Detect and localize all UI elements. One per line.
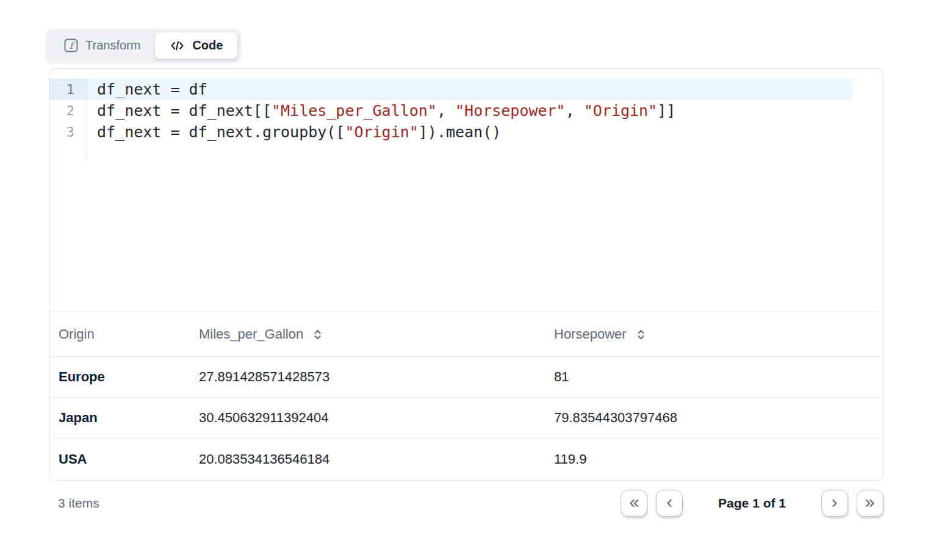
tab-transform-label: Transform xyxy=(85,38,140,52)
line-number: 1 xyxy=(49,79,87,100)
column-label: Miles_per_Gallon xyxy=(199,326,303,342)
previous-page-button[interactable] xyxy=(656,490,683,517)
cell-miles_per_gallon: 30.450632911392404 xyxy=(199,410,554,426)
cell-origin: Europe xyxy=(59,369,199,385)
column-header-miles_per_gallon[interactable]: Miles_per_Gallon xyxy=(199,326,554,342)
last-page-button[interactable] xyxy=(857,490,884,517)
code-line[interactable]: 3df_next = df_next.groupby(["Origin"]).m… xyxy=(49,121,883,143)
pagination: Page 1 of 1 xyxy=(621,490,884,517)
code-line-text: df_next = df_next[["Miles_per_Gallon", "… xyxy=(87,100,852,121)
code-line[interactable]: 1df_next = df xyxy=(49,79,883,100)
chevron-right-icon xyxy=(829,497,841,509)
code-line-text: df_next = df xyxy=(87,79,852,100)
cell-miles_per_gallon: 27.891428571428573 xyxy=(199,369,554,385)
view-toggle: f Transform Code xyxy=(46,29,240,62)
table-row: Europe27.89142857142857381 xyxy=(49,357,883,398)
transform-panel: 1df_next = df2df_next = df_next[["Miles_… xyxy=(49,68,884,481)
chevron-left-icon xyxy=(663,497,675,509)
code-icon xyxy=(170,39,185,52)
sort-icon xyxy=(635,328,647,341)
chevrons-right-icon xyxy=(863,497,877,509)
column-header-origin: Origin xyxy=(59,326,199,342)
code-lines: 1df_next = df2df_next = df_next[["Miles_… xyxy=(49,79,883,143)
cell-horsepower: 119.9 xyxy=(554,451,883,467)
column-label: Horsepower xyxy=(554,326,627,342)
table-footer: 3 items Page 1 of 1 xyxy=(49,489,884,518)
code-line-text: df_next = df_next.groupby(["Origin"]).me… xyxy=(87,121,852,143)
tab-transform[interactable]: f Transform xyxy=(49,32,155,59)
tab-code[interactable]: Code xyxy=(155,32,237,59)
table-row: Japan30.45063291139240479.83544303797468 xyxy=(49,398,883,439)
svg-text:f: f xyxy=(70,40,76,51)
line-number: 2 xyxy=(49,100,87,121)
table-header: OriginMiles_per_GallonHorsepower xyxy=(49,312,883,357)
table-body: Europe27.89142857142857381Japan30.450632… xyxy=(49,357,883,479)
items-count: 3 items xyxy=(58,496,99,511)
tab-code-label: Code xyxy=(192,38,223,52)
sort-icon xyxy=(312,328,323,341)
transform-tool-page: f Transform Code 1df_next = df2df_next =… xyxy=(0,0,925,560)
code-editor[interactable]: 1df_next = df2df_next = df_next[["Miles_… xyxy=(49,69,883,312)
cell-origin: USA xyxy=(59,451,199,467)
gutter-tail xyxy=(49,143,87,160)
chevrons-left-icon xyxy=(627,497,641,509)
page-indicator: Page 1 of 1 xyxy=(718,496,786,511)
column-label: Origin xyxy=(59,326,95,342)
next-page-button[interactable] xyxy=(821,490,848,517)
first-page-button[interactable] xyxy=(621,490,647,517)
code-line[interactable]: 2df_next = df_next[["Miles_per_Gallon", … xyxy=(49,100,883,121)
column-header-horsepower[interactable]: Horsepower xyxy=(554,326,883,342)
cell-miles_per_gallon: 20.083534136546184 xyxy=(199,451,554,467)
table-row: USA20.083534136546184119.9 xyxy=(49,439,883,479)
cell-horsepower: 81 xyxy=(554,369,883,385)
cell-horsepower: 79.83544303797468 xyxy=(554,410,883,426)
cell-origin: Japan xyxy=(59,410,199,426)
line-number: 3 xyxy=(49,121,87,143)
function-icon: f xyxy=(64,38,78,52)
